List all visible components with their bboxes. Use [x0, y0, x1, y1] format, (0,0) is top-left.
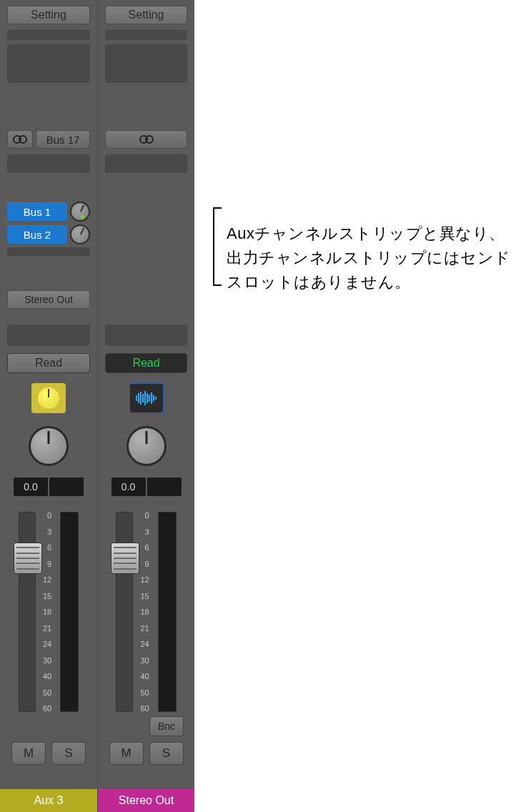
send-row: Bus 2: [7, 224, 90, 244]
send-knob[interactable]: [70, 202, 90, 222]
solo-button[interactable]: S: [51, 742, 86, 765]
readout-row: 0.0: [7, 477, 90, 496]
volume-display[interactable]: 0.0: [14, 477, 48, 496]
annotation-text: Auxチャンネルストリップと異なり、出力チャンネルストリップにはセンドスロットは…: [227, 222, 521, 294]
fader-scale: 0369121518212430405060: [140, 512, 150, 712]
sends-area-empty: [105, 202, 187, 287]
svg-rect-5: [138, 393, 139, 403]
automation-button[interactable]: Read: [7, 353, 90, 373]
pan-knob[interactable]: [126, 426, 167, 466]
channel-strip-output: Setting Read 0.0 03: [97, 0, 194, 812]
svg-rect-4: [136, 395, 137, 401]
fader-track[interactable]: [19, 512, 36, 712]
waveform-icon: [134, 390, 159, 406]
svg-rect-7: [142, 394, 144, 402]
pan-knob[interactable]: [29, 426, 69, 466]
peak-display[interactable]: [49, 477, 84, 496]
annotation-bracket: [213, 207, 223, 286]
fader-scale: 0369121518212430405060: [43, 512, 53, 712]
sends-area: Bus 1 Bus 2: [7, 202, 90, 287]
output-slot-empty: [105, 287, 187, 309]
setting-button[interactable]: Setting: [7, 6, 90, 24]
channel-name[interactable]: Aux 3: [0, 789, 97, 812]
svg-rect-9: [147, 393, 148, 403]
readout-row: 0.0: [105, 477, 187, 496]
send-label[interactable]: Bus 2: [7, 225, 67, 244]
level-meter: [158, 512, 177, 712]
stereo-icon[interactable]: [105, 130, 187, 149]
volume-display[interactable]: 0.0: [111, 477, 146, 496]
eq-slot[interactable]: [105, 44, 187, 83]
peak-display[interactable]: [147, 477, 182, 496]
group-slot[interactable]: [7, 325, 90, 346]
track-icon[interactable]: [31, 383, 66, 413]
eq-slot[interactable]: [7, 44, 90, 83]
aux-icon: [38, 387, 59, 409]
mute-button[interactable]: M: [109, 742, 144, 765]
gain-slot[interactable]: [7, 30, 90, 40]
svg-rect-10: [149, 395, 150, 402]
send-knob[interactable]: [70, 224, 90, 244]
solo-button[interactable]: S: [149, 742, 184, 765]
mute-solo-row: M S: [105, 742, 187, 765]
input-label[interactable]: Bus 17: [36, 130, 90, 149]
send-slot-empty[interactable]: [7, 247, 90, 256]
channel-name[interactable]: Stereo Out: [98, 789, 194, 812]
group-slot[interactable]: [105, 325, 187, 346]
mute-button[interactable]: M: [11, 742, 46, 765]
svg-rect-6: [140, 392, 142, 405]
svg-rect-13: [155, 397, 157, 400]
fader-cap[interactable]: [14, 543, 42, 574]
channel-strip-aux: Setting Bus 17 Bus 1 Bus 2 Stereo Out Re…: [0, 0, 97, 812]
output-button[interactable]: Stereo Out: [7, 290, 90, 309]
fader-area: 0369121518212430405060: [7, 512, 90, 712]
fader-area: 0369121518212430405060: [105, 512, 187, 712]
mute-solo-row: M S: [7, 742, 90, 765]
svg-rect-11: [151, 392, 152, 404]
audio-fx-slot[interactable]: [105, 154, 187, 173]
fader-cap[interactable]: [111, 543, 139, 574]
send-label[interactable]: Bus 1: [7, 202, 67, 221]
bounce-button[interactable]: Bnc: [149, 716, 184, 736]
fader-track[interactable]: [116, 512, 133, 712]
setting-button[interactable]: Setting: [105, 6, 187, 24]
track-icon[interactable]: [129, 383, 164, 413]
input-row: Bus 17: [7, 130, 90, 149]
svg-rect-12: [153, 395, 154, 401]
input-row: [105, 130, 187, 149]
automation-button[interactable]: Read: [105, 353, 187, 373]
gain-slot[interactable]: [105, 30, 187, 40]
audio-fx-slot[interactable]: [7, 154, 90, 173]
stereo-icon[interactable]: [7, 130, 33, 149]
level-meter: [60, 512, 79, 712]
send-row: Bus 1: [7, 202, 90, 222]
svg-rect-8: [144, 391, 146, 405]
